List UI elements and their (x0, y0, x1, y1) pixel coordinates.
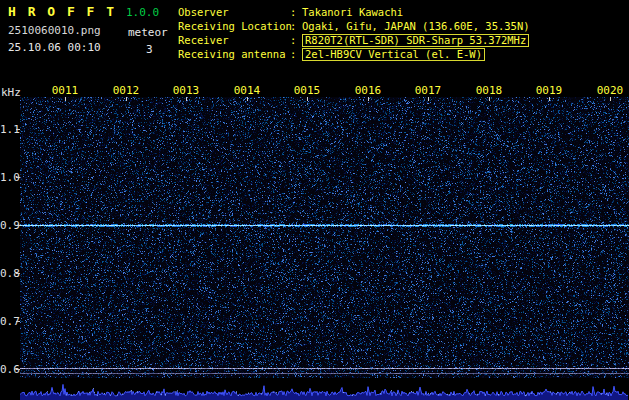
freq-tick-mark (16, 273, 20, 274)
info-value: Ogaki, Gifu, JAPAN (136.60E, 35.35N) (302, 20, 530, 33)
colon: : (290, 6, 302, 19)
time-tick-mark (489, 97, 490, 101)
info-value: Takanori Kawachi (302, 6, 403, 19)
time-tick-label: 0013 (173, 84, 200, 97)
time-tick-mark (65, 97, 66, 101)
output-filename: 2510060010.png (8, 24, 101, 37)
time-tick-label: 0011 (52, 84, 79, 97)
info-label: Receiver (178, 34, 290, 47)
time-tick-label: 0016 (355, 84, 382, 97)
time-tick-label: 0020 (597, 84, 624, 97)
freq-tick-mark (16, 177, 20, 178)
signal-level-canvas (20, 378, 629, 400)
time-tick-label: 0017 (415, 84, 442, 97)
time-tick-mark (610, 97, 611, 101)
freq-tick-mark (16, 225, 20, 226)
app-title: H R O F F T (8, 4, 116, 19)
info-row-observer: Observer:Takanori Kawachi (178, 6, 530, 19)
freq-tick-mark (16, 369, 20, 370)
echo-count: 3 (146, 43, 153, 56)
time-tick-mark (368, 97, 369, 101)
time-tick-label: 0018 (476, 84, 503, 97)
info-label: Receiving antenna (178, 48, 290, 61)
freq-tick-label: 0.8 (0, 267, 17, 280)
info-row-antenna: Receiving antenna:2el-HB9CV Vertical (el… (178, 48, 530, 61)
station-info: Observer:Takanori Kawachi Receiving Loca… (178, 6, 530, 62)
time-tick-mark (126, 97, 127, 101)
time-tick-label: 0019 (536, 84, 563, 97)
info-value-boxed: R820T2(RTL-SDR) SDR-Sharp 53.372MHz (302, 34, 529, 47)
info-label: Receiving Location (178, 20, 290, 33)
time-tick-mark (307, 97, 308, 101)
info-row-location: Receiving Location:Ogaki, Gifu, JAPAN (1… (178, 20, 530, 33)
time-tick-label: 0012 (113, 84, 140, 97)
time-tick-mark (186, 97, 187, 101)
freq-tick-mark (16, 321, 20, 322)
freq-tick-label: 0.7 (0, 315, 17, 328)
time-tick-mark (549, 97, 550, 101)
freq-tick-label: 1.1 (0, 123, 17, 136)
colon: : (290, 48, 302, 61)
freq-tick-label: 0.6 (0, 363, 17, 376)
info-row-receiver: Receiver:R820T2(RTL-SDR) SDR-Sharp 53.37… (178, 34, 530, 47)
y-axis-unit-label: kHz (1, 86, 21, 99)
timestamp: 25.10.06 00:10 (8, 41, 101, 54)
time-tick-label: 0014 (234, 84, 261, 97)
info-label: Observer (178, 6, 290, 19)
info-value-boxed: 2el-HB9CV Vertical (el. E-W) (302, 48, 485, 61)
spectrogram-canvas (20, 97, 629, 378)
freq-tick-mark (16, 129, 20, 130)
mode-label: meteor (128, 26, 168, 39)
freq-tick-label: 1.0 (0, 171, 17, 184)
colon: : (290, 20, 302, 33)
time-tick-mark (428, 97, 429, 101)
time-tick-label: 0015 (294, 84, 321, 97)
time-tick-mark (247, 97, 248, 101)
hrofft-screen: H R O F F T 1.0.0 2510060010.png meteor … (0, 0, 629, 400)
app-version: 1.0.0 (126, 6, 159, 19)
freq-tick-label: 0.9 (0, 219, 17, 232)
colon: : (290, 34, 302, 47)
